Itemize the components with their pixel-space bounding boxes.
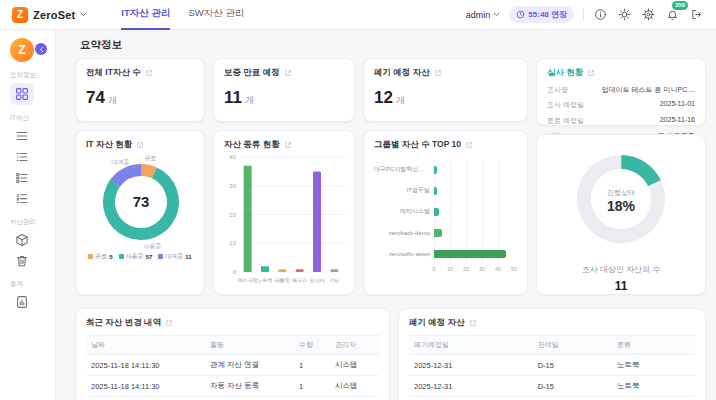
external-link-icon[interactable] [469,319,477,327]
donut-legend: 유료 5사용중 57대여중 11 [86,252,194,261]
svg-text:노트북: 노트북 [258,277,273,283]
sidebar: Z 요약정보 IT자산 자산관리 통계 [0,30,56,400]
logout-button[interactable] [689,7,704,22]
sidebar-item-asset-disposal[interactable] [10,251,34,271]
tab-sw-asset-management[interactable]: SW자산 관리 [188,0,244,30]
table-cell: 시스템 [330,376,379,397]
sidebar-section-summary: 요약정보 [10,71,55,80]
stat-title: 전체 IT자산 수 [86,67,141,79]
hbar-row: zerosoftn-asset [374,243,517,264]
inspection-title: 실사 현황 [547,67,583,79]
table-cell: 2025-12-31 [409,355,533,376]
report-document-icon [15,295,29,309]
table-cell: 자동 자산 등록 [205,376,294,397]
stat-card-warranty-expiring: 보증 만료 예정 11 개 [213,58,355,122]
stat-title: 보증 만료 예정 [224,67,280,79]
sidebar-item-asset-inventory[interactable] [10,230,34,250]
table-row[interactable]: 2025-12-31D-15노트북 [409,376,695,397]
svg-text:유료: 유료 [145,155,157,161]
sidebar-section-asset-management: 자산관리 [10,218,55,227]
app-root: Z ZeroSet IT자산 관리 SW자산 관리 admin 55:48 연장 [0,0,716,400]
hbar-row: 대구PC지발혁신성장용 테크노트 소프트웨어 [374,159,517,180]
session-timer-badge[interactable]: 55:48 연장 [509,6,574,23]
table-row[interactable]: 2025-11-18 14:11:30자동 자산 등록1시스템 [86,376,379,397]
clock-icon [516,10,525,19]
inspection-target-label: 조사 대상인 자산의 수 [582,264,661,275]
app-logo[interactable]: Z ZeroSet [12,7,87,23]
notifications-button[interactable]: 350 [665,7,680,22]
table-cell: 시스템 [330,355,379,376]
table-cell: D-15 [533,376,612,397]
page-title: 요약정보 [80,38,122,52]
disposal-scheduled-table: 폐기예정일잔여일종류2025-12-31D-15노트북2025-12-31D-1… [409,335,695,397]
main-content: 요약정보 전체 IT자산 수 74 개 보증 만료 예정 11 개 [56,30,716,400]
asset-type-card: 자산 종류 현황 010203040데스크탑노트북태블릿워크스모니터기타 [213,130,355,295]
external-link-icon[interactable] [587,69,595,77]
stat-value: 74 [86,88,105,108]
table-cell: D-15 [533,355,612,376]
svg-text:사용중: 사용중 [143,243,161,249]
top-header: Z ZeroSet IT자산 관리 SW자산 관리 admin 55:48 연장 [0,0,716,30]
stat-card-total-it-assets: 전체 IT자산 수 74 개 [75,58,205,122]
table-row[interactable]: 2025-11-04 16:00:00관계 자산 연결1시스템 [86,397,379,400]
external-link-icon[interactable] [465,141,473,149]
column-header: 날짜 [86,336,205,355]
svg-text:진행상태: 진행상태 [607,189,635,197]
sidebar-item-asset-tasks[interactable] [10,168,34,188]
chevron-down-icon [80,12,87,17]
inspection-status-card: 실사 현황 조사명업데이트 테스트 용 미니PC ... 조사 예정일2025-… [536,58,706,126]
column-header: 폐기예정일 [409,336,533,355]
workspace-avatar[interactable]: Z [10,38,34,62]
table-row[interactable]: 2025-11-18 14:11:30관계 자산 연결1시스템 [86,355,379,376]
kv-value: 2025-11-01 [660,100,695,110]
hbar-row: IT업무팀 [374,180,517,201]
svg-text:모니터: 모니터 [310,277,325,283]
settings-button[interactable] [641,7,656,22]
stat-unit: 개 [396,94,405,107]
sidebar-item-asset-detail-list[interactable] [10,147,34,167]
svg-text:0: 0 [233,269,237,275]
logo-mark: Z [12,7,28,23]
inspection-progress-card: 진행상태18% 조사 대상인 자산의 수 11 [536,134,706,295]
external-link-icon[interactable] [165,319,173,327]
sidebar-item-asset-ordered-list[interactable] [10,189,34,209]
info-button[interactable] [593,7,608,22]
sidebar-item-stats-report[interactable] [10,292,34,312]
external-link-icon[interactable] [284,141,292,149]
table-row[interactable]: 2025-12-31D-15노트북 [409,355,695,376]
bullet-list-icon [15,150,29,164]
disposal-scheduled-card: 폐기 예정 자산 폐기예정일잔여일종류2025-12-31D-15노트북2025… [398,308,706,400]
external-link-icon[interactable] [145,69,153,77]
logo-text: ZeroSet [33,9,75,21]
external-link-icon[interactable] [434,69,442,77]
external-link-icon[interactable] [284,69,292,77]
sidebar-item-dashboard[interactable] [10,83,34,105]
table-cell: 1 [294,355,330,376]
inspection-progress-gauge: 진행상태18% [569,147,673,255]
sidebar-collapse-button[interactable] [35,43,47,55]
external-link-icon[interactable] [136,141,144,149]
table-cell: 노트북 [612,376,695,397]
svg-text:30: 30 [229,183,236,189]
kv-label: 조사 예정일 [547,100,584,110]
stat-card-disposal-scheduled: 폐기 예정 자산 12 개 [363,58,528,122]
svg-text:40: 40 [229,154,236,160]
gear-icon [642,8,655,21]
tab-it-asset-management[interactable]: IT자산 관리 [121,0,170,30]
user-name: admin [466,10,491,20]
legend-item: 유료 5 [88,252,112,261]
table-cell: 관계 자산 연결 [205,397,294,400]
stat-value: 11 [224,88,242,108]
group-top10-card: 그룹별 자산 수 TOP 10 대구PC지발혁신성장용 테크노트 소프트웨어IT… [363,130,528,295]
it-asset-status-card: IT 자산 현황 유료사용중대여중73 유료 5사용중 57대여중 11 [75,130,205,295]
legend-item: 사용중 57 [119,252,153,261]
svg-text:10: 10 [229,240,236,246]
svg-text:18%: 18% [607,198,636,214]
table-cell: 관계 자산 연결 [205,355,294,376]
sidebar-item-asset-list[interactable] [10,126,34,146]
group-top10-hbar-chart: 대구PC지발혁신성장용 테크노트 소프트웨어IT업무팀메타시스템zeroback… [374,159,517,275]
stat-unit: 개 [108,94,117,107]
theme-toggle-button[interactable] [617,7,632,22]
column-header: 활동 [205,336,294,355]
user-menu[interactable]: admin [466,10,501,20]
